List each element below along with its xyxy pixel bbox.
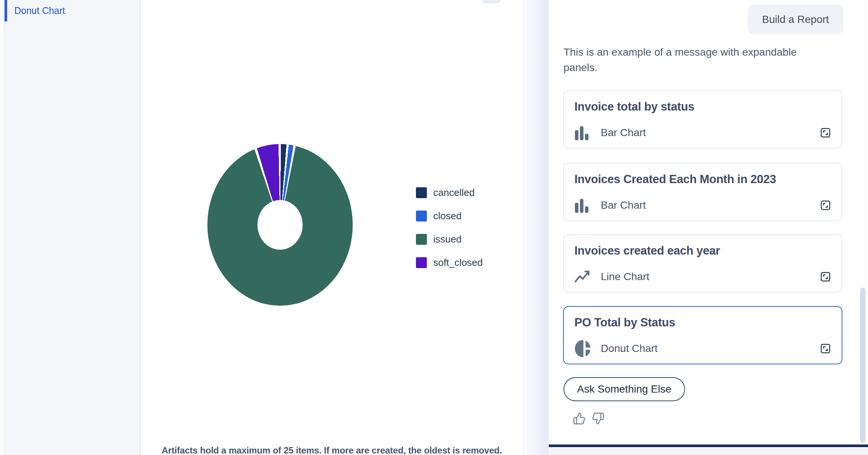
- legend-item-cancelled[interactable]: cancelled: [416, 187, 483, 199]
- active-indicator: [5, 0, 7, 21]
- panel-chart-type: Line Chart: [601, 271, 649, 283]
- expand-icon[interactable]: [820, 271, 831, 282]
- scrollbar-track: [865, 0, 866, 444]
- bar-chart-icon: [574, 197, 591, 214]
- legend-swatch: [416, 187, 427, 198]
- build-report-button[interactable]: Build a Report: [748, 5, 843, 34]
- expand-icon[interactable]: [820, 127, 831, 138]
- artifact-list: Donut Chart: [3, 0, 140, 455]
- panel-card-invoices-yearly[interactable]: Invoices created each year Line Chart: [563, 234, 842, 293]
- legend-label: issued: [433, 234, 461, 245]
- panel-chart-type: Donut Chart: [601, 343, 658, 355]
- artifacts-limit-note: Artifacts hold a maximum of 25 items. If…: [140, 445, 523, 455]
- legend-item-closed[interactable]: closed: [416, 210, 483, 222]
- expand-icon[interactable]: [820, 200, 831, 211]
- thumbs-down-icon[interactable]: [592, 412, 605, 425]
- legend-item-soft-closed[interactable]: soft_closed: [416, 257, 483, 268]
- bar-chart-icon: [574, 124, 591, 141]
- scroll-pill: [483, 0, 501, 3]
- legend-swatch: [416, 257, 427, 268]
- panel-title: Invoices created each year: [574, 244, 831, 258]
- scrollbar-thumb[interactable]: [860, 288, 865, 443]
- donut-chart-icon: [574, 340, 591, 358]
- panel-chart-type: Bar Chart: [601, 127, 646, 139]
- legend-label: soft_closed: [433, 257, 483, 268]
- panel-title: PO Total by Status: [574, 316, 831, 329]
- panel-chart-type: Bar Chart: [601, 199, 646, 211]
- panel-divider[interactable]: [523, 0, 549, 455]
- assistant-message: This is an example of a message with exp…: [563, 44, 827, 75]
- legend-swatch: [416, 211, 427, 221]
- panel-title: Invoice total by status: [574, 100, 831, 114]
- sidebar-item-label: Donut Chart: [14, 5, 65, 16]
- feedback-row: [573, 412, 605, 425]
- thumbs-up-icon[interactable]: [573, 412, 586, 425]
- panel-card-invoice-total[interactable]: Invoice total by status Bar Chart: [563, 90, 842, 149]
- panel-card-invoices-monthly[interactable]: Invoices Created Each Month in 2023 Bar …: [563, 163, 842, 221]
- legend-label: cancelled: [433, 187, 475, 199]
- composer-top-border: [549, 444, 868, 447]
- expand-icon[interactable]: [820, 343, 831, 354]
- sidebar-item-donut-chart[interactable]: Donut Chart: [4, 0, 140, 21]
- donut-chart[interactable]: [207, 144, 353, 306]
- legend-label: closed: [433, 210, 461, 222]
- artifact-sidebar: Donut Chart: [0, 0, 140, 455]
- ask-something-else-button[interactable]: Ask Something Else: [563, 377, 685, 401]
- build-report-row: Build a Report: [748, 5, 843, 34]
- chat-panel: Build a Report This is an example of a m…: [549, 0, 868, 455]
- legend-item-issued[interactable]: issued: [416, 234, 483, 245]
- panel-title: Invoices Created Each Month in 2023: [574, 173, 831, 186]
- app-root: Donut Chart cancelled closed issued: [0, 0, 868, 455]
- composer-area: [549, 447, 868, 455]
- chart-legend: cancelled closed issued soft_closed: [416, 187, 483, 280]
- donut-chart-hole: [257, 200, 303, 250]
- legend-swatch: [416, 234, 427, 245]
- line-chart-icon: [574, 269, 591, 284]
- artifact-viewer: cancelled closed issued soft_closed Arti…: [140, 0, 523, 455]
- panel-card-po-total[interactable]: PO Total by Status Donut Chart: [563, 306, 842, 364]
